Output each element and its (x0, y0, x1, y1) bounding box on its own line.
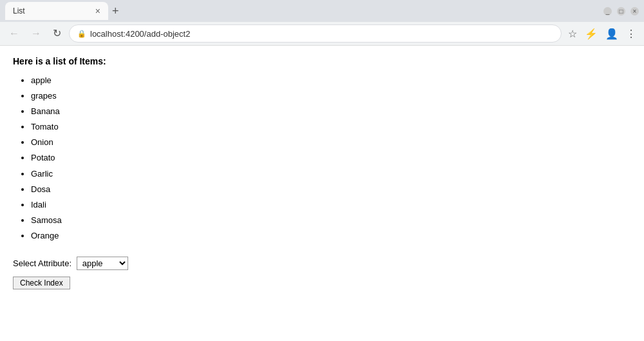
extension-button[interactable]: ⚡ (582, 25, 600, 43)
minimize-button[interactable]: _ (603, 7, 612, 15)
list-item: Onion (31, 135, 631, 150)
page-heading: Here is a list of Items: (13, 56, 631, 66)
tab-bar: List × + _ □ × (0, 0, 644, 22)
form-section: Select Attribute: applegrapesBananaTomat… (13, 257, 631, 289)
check-index-button[interactable]: Check Index (13, 277, 70, 289)
select-label: Select Attribute: (13, 258, 71, 268)
window-controls: _ □ × (603, 7, 639, 15)
address-text: localhost:4200/add-object2 (90, 29, 553, 39)
list-item: Idali (31, 197, 631, 213)
list-item: Garlic (31, 166, 631, 182)
list-item: Samosa (31, 213, 631, 228)
tab-title: List (13, 6, 90, 15)
list-item: Orange (31, 228, 631, 244)
browser-toolbar: ← → ↻ 🔒 localhost:4200/add-object2 ☆ ⚡ 👤… (0, 22, 644, 45)
toolbar-actions: ☆ ⚡ 👤 ⋮ (565, 25, 639, 43)
lock-icon: 🔒 (77, 30, 86, 38)
back-button[interactable]: ← (5, 26, 23, 41)
account-button[interactable]: 👤 (603, 25, 621, 43)
menu-button[interactable]: ⋮ (623, 25, 639, 43)
bookmark-button[interactable]: ☆ (565, 25, 580, 43)
browser-tab[interactable]: List × (5, 2, 108, 20)
browser-chrome: List × + _ □ × ← → ↻ 🔒 localhost:4200/ad… (0, 0, 644, 46)
list-item: grapes (31, 88, 631, 104)
list-item: apple (31, 73, 631, 88)
new-tab-button[interactable]: + (108, 5, 123, 17)
page-content: Here is a list of Items: applegrapesBana… (0, 46, 644, 341)
list-item: Tomato (31, 119, 631, 135)
tab-close-button[interactable]: × (95, 6, 100, 15)
attribute-select[interactable]: applegrapesBananaTomatoOnionPotatoGarlic… (77, 257, 128, 270)
list-item: Dosa (31, 182, 631, 197)
reload-button[interactable]: ↻ (49, 26, 65, 41)
list-item: Potato (31, 150, 631, 166)
address-bar[interactable]: 🔒 localhost:4200/add-object2 (69, 24, 562, 43)
list-item: Banana (31, 104, 631, 119)
close-button[interactable]: × (630, 7, 639, 15)
maximize-button[interactable]: □ (617, 7, 625, 15)
forward-button[interactable]: → (27, 26, 45, 41)
items-list: applegrapesBananaTomatoOnionPotatoGarlic… (13, 73, 631, 244)
